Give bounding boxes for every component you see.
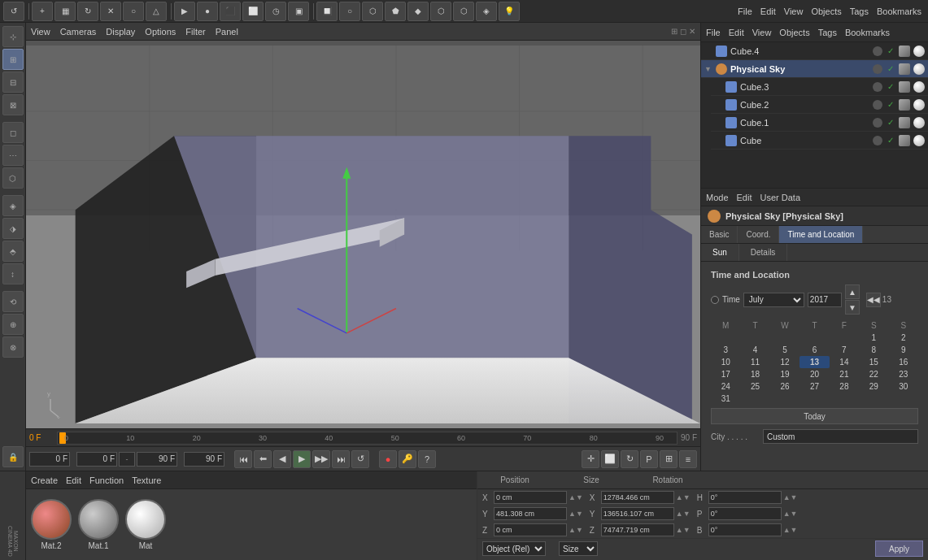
tool-button-2[interactable]: ↻ <box>77 2 98 21</box>
mat-menu-create[interactable]: Create <box>31 475 58 485</box>
viewport-menu-view[interactable]: View <box>31 27 50 37</box>
mat-menu-function[interactable]: Function <box>89 475 124 485</box>
year-field[interactable] <box>808 293 842 307</box>
menu-objects[interactable]: Objects <box>811 7 841 16</box>
current-frame-field[interactable] <box>29 452 70 467</box>
cal-day-6[interactable]: 6 <box>799 344 829 356</box>
obj-mat2-cube[interactable] <box>913 135 925 146</box>
record-button[interactable]: ● <box>197 2 218 21</box>
cal-day-9[interactable]: 9 <box>889 344 918 356</box>
obj-check-cube2[interactable]: ✓ <box>886 100 895 109</box>
edit-btn[interactable]: Edit <box>737 193 752 202</box>
obj-menu-bookmarks[interactable]: Bookmarks <box>845 28 890 37</box>
cal-day-21[interactable]: 21 <box>830 368 859 380</box>
model-mode[interactable]: ◻ <box>2 122 24 143</box>
3d-viewport[interactable]: Perspective <box>26 41 700 428</box>
cal-day-3[interactable]: 3 <box>711 344 740 356</box>
obj-check-cube4[interactable]: ✓ <box>886 46 895 55</box>
year-down-button[interactable]: ▼ <box>845 300 860 315</box>
scale-tool[interactable]: ⊠ <box>2 94 24 115</box>
obj-check-physicalsky[interactable]: ✓ <box>886 64 895 73</box>
obj-menu-objects[interactable]: Objects <box>779 28 809 37</box>
tool-b14[interactable]: ◈ <box>476 2 497 21</box>
prev-frame-button[interactable]: ◀ <box>273 450 291 468</box>
mode-btn[interactable]: Mode <box>706 193 729 202</box>
pos-y-field[interactable] <box>494 507 567 520</box>
settings-button-pb[interactable]: ≡ <box>679 450 697 468</box>
menu-view[interactable]: View <box>784 7 804 16</box>
key-button[interactable]: 🔑 <box>399 450 416 468</box>
viewport-menu-filter[interactable]: Filter <box>185 27 205 37</box>
tool-left-9[interactable]: ⟲ <box>2 291 24 312</box>
move-tool[interactable]: ⊹ <box>2 26 24 47</box>
material-ball-mat[interactable] <box>125 499 166 540</box>
tab-basic[interactable]: Basic <box>701 226 738 243</box>
obj-vis-physicalsky[interactable] <box>873 64 882 74</box>
tool-b6[interactable]: ⬛ <box>220 2 241 21</box>
cal-day-7[interactable]: 7 <box>830 344 859 356</box>
play-forward-button[interactable]: ▶ <box>293 450 311 468</box>
go-to-end-button[interactable]: ⏭ <box>332 450 350 468</box>
material-mat[interactable]: Mat <box>125 499 166 550</box>
cal-day-8[interactable]: 8 <box>859 344 888 356</box>
userdata-btn[interactable]: User Data <box>760 193 801 202</box>
start-frame-field[interactable] <box>76 452 117 467</box>
prev-key-button[interactable]: ⬅ <box>254 450 272 468</box>
obj-mat2-cube3[interactable] <box>913 81 925 93</box>
prev-month-button[interactable]: ◀◀ <box>866 293 881 307</box>
obj-mat2-cube2[interactable] <box>913 99 925 111</box>
viewport-menu-display[interactable]: Display <box>106 27 135 37</box>
loop-button[interactable]: ↺ <box>351 450 369 468</box>
rotate-tool[interactable]: ⊟ <box>2 72 24 93</box>
tool-left-7[interactable]: ⬘ <box>2 241 24 262</box>
undo-button[interactable]: ↺ <box>3 2 24 21</box>
subtab-details[interactable]: Details <box>739 244 788 261</box>
object-mode-select[interactable]: Object (Rel) Object (Abs) World <box>482 541 546 556</box>
material-ball-mat1[interactable] <box>78 499 119 540</box>
edge-mode[interactable]: ⋯ <box>2 145 24 166</box>
viewport-menu-options[interactable]: Options <box>145 27 176 37</box>
help-button[interactable]: ? <box>418 450 436 468</box>
cylinder-tool[interactable]: ⬡ <box>362 2 383 21</box>
obj-check-cube[interactable]: ✓ <box>886 136 895 145</box>
cal-day-27[interactable]: 27 <box>799 380 829 393</box>
size-z-arrow[interactable]: ▲▼ <box>676 526 691 534</box>
obj-menu-file[interactable]: File <box>706 28 721 37</box>
cal-day-2[interactable]: 2 <box>889 332 918 344</box>
rot-h-arrow[interactable]: ▲▼ <box>783 493 798 501</box>
cal-day-18[interactable]: 18 <box>740 368 769 380</box>
obj-vis-cube3[interactable] <box>873 82 882 92</box>
size-x-field[interactable] <box>601 491 674 504</box>
month-select[interactable]: July January February March April May Ju… <box>743 293 804 307</box>
tool-b13[interactable]: ⬡ <box>453 2 474 21</box>
rot-p-arrow[interactable]: ▲▼ <box>783 510 798 518</box>
cal-day-29[interactable]: 29 <box>859 380 888 393</box>
obj-check-cube3[interactable]: ✓ <box>886 82 895 91</box>
tool-button-5[interactable]: △ <box>146 2 167 21</box>
lock-tool[interactable]: 🔒 <box>2 446 24 467</box>
cal-day-14[interactable]: 14 <box>830 356 859 368</box>
obj-mat2-physicalsky[interactable] <box>913 63 925 75</box>
select-tool[interactable]: ⊞ <box>2 49 24 70</box>
mat-menu-texture[interactable]: Texture <box>132 475 161 485</box>
object-item-cube4[interactable]: Cube.4 ✓ <box>701 42 928 60</box>
size-mode-select[interactable]: Size Scale <box>559 541 598 556</box>
polygon-mode[interactable]: ⬡ <box>2 167 24 189</box>
cube-tool[interactable]: 🔲 <box>316 2 338 21</box>
cal-day-24[interactable]: 24 <box>711 380 740 393</box>
object-item-cube1[interactable]: Cube.1 ✓ <box>711 114 928 132</box>
tool-b12[interactable]: ⬡ <box>430 2 451 21</box>
timeline-ruler[interactable]: 0 F 0 10 20 30 40 50 60 70 80 90 90 F <box>26 428 700 446</box>
rot-b-field[interactable] <box>708 523 782 536</box>
apply-button[interactable]: Apply <box>875 540 923 557</box>
tool-b9[interactable]: ▣ <box>288 2 309 21</box>
end-frame-field[interactable] <box>137 452 177 467</box>
record-button-2[interactable]: ● <box>379 450 397 468</box>
cal-day-4[interactable]: 4 <box>740 344 769 356</box>
mat-menu-edit[interactable]: Edit <box>66 475 81 485</box>
obj-menu-view[interactable]: View <box>752 28 772 37</box>
go-to-start-button[interactable]: ⏮ <box>234 450 252 468</box>
play-button[interactable]: ▶ <box>174 2 195 21</box>
time-radio[interactable] <box>711 296 719 304</box>
selection-button-pb[interactable]: ⬜ <box>601 450 619 468</box>
